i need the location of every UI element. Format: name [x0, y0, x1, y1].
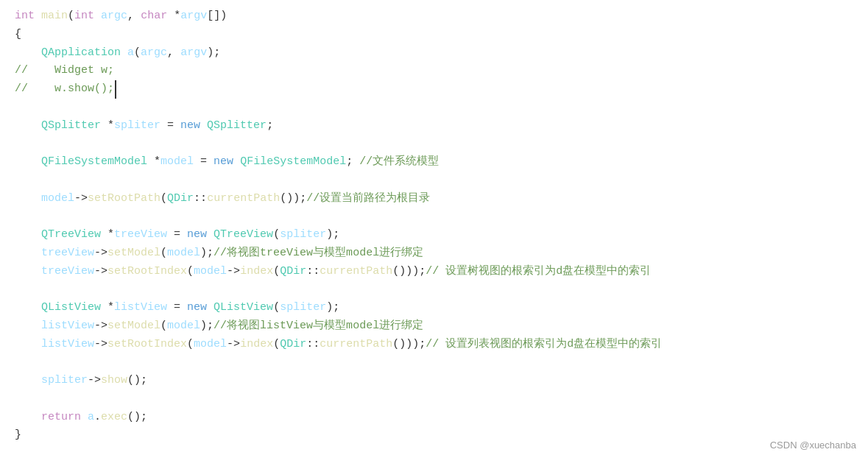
cls-qfilesystemmodel: QFileSystemModel — [41, 153, 147, 172]
fn-setrootpath: setRootPath — [88, 190, 160, 208]
cls-qtreeview: QTreeView — [41, 226, 101, 244]
cls-qdir: QDir — [167, 190, 194, 208]
var-argv: argv — [180, 7, 207, 26]
code-line-24: } — [15, 426, 853, 445]
fn-main: main — [41, 7, 68, 26]
code-line-13: QTreeView *treeView = new QTreeView(spli… — [15, 226, 853, 244]
var-spliter2: spliter — [280, 226, 326, 244]
code-line-18: listView->setModel(model);//将视图listView与… — [15, 317, 853, 336]
comment-w-show: // w.show(); — [15, 80, 114, 99]
code-line-7: QSplitter *spliter = new QSplitter; — [15, 117, 853, 135]
cls-qlistview2: QListView — [214, 299, 273, 317]
code-editor: int main(int argc, char *argv[]) { QAppl… — [0, 0, 868, 455]
cls-qapplication: QApplication — [41, 44, 121, 63]
fn-index2: index — [240, 336, 273, 354]
code-line-6 — [15, 99, 853, 117]
code-line-21: spliter->show(); — [15, 372, 853, 390]
keyword-int2: int — [74, 7, 94, 26]
watermark: CSDN @xuechanba — [770, 438, 856, 454]
comment-list-rootindex: // 设置列表视图的根索引为d盘在模型中的索引 — [426, 336, 662, 354]
fn-exec: exec — [101, 409, 127, 427]
code-line-16 — [15, 281, 853, 299]
var-a2: a — [88, 409, 94, 427]
cls-qfilesystemmodel2: QFileSystemModel — [240, 153, 346, 172]
comment-treeview-bind: //将视图treeView与模型model进行绑定 — [214, 244, 423, 263]
var-treeview3: treeView — [41, 263, 94, 281]
code-line-15: treeView->setRootIndex(model->index(QDir… — [15, 263, 853, 281]
code-line-19: listView->setRootIndex(model->index(QDir… — [15, 336, 853, 354]
code-line-9: QFileSystemModel *model = new QFileSyste… — [15, 153, 853, 172]
code-line-10 — [15, 172, 853, 190]
keyword-new4: new — [187, 299, 207, 317]
keyword-int: int — [15, 7, 35, 26]
fn-setmodel2: setModel — [107, 317, 160, 336]
keyword-char: char — [141, 7, 167, 26]
keyword-new3: new — [187, 226, 207, 244]
code-line-11: model->setRootPath(QDir::currentPath());… — [15, 190, 853, 208]
fn-currentpath: currentPath — [207, 190, 280, 208]
fn-setmodel: setModel — [107, 244, 160, 263]
code-line-17: QListView *listView = new QListView(spli… — [15, 299, 853, 317]
code-line-20 — [15, 353, 853, 372]
fn-currentpath3: currentPath — [320, 336, 392, 354]
fn-setrootindex-tree: setRootIndex — [107, 263, 187, 281]
var-listview2: listView — [41, 317, 94, 336]
cls-qtreeview2: QTreeView — [214, 226, 273, 244]
cls-qdir3: QDir — [280, 336, 306, 354]
keyword-return: return — [41, 409, 81, 427]
fn-setrootindex-list: setRootIndex — [107, 336, 187, 354]
var-treeview2: treeView — [41, 244, 94, 263]
var-spliter3: spliter — [280, 299, 326, 317]
var-listview3: listView — [41, 336, 94, 354]
code-line-22 — [15, 390, 853, 409]
var-model6: model — [194, 336, 227, 354]
var-model3: model — [167, 244, 200, 263]
var-argv2: argv — [180, 44, 207, 63]
var-a: a — [127, 44, 134, 63]
var-model: model — [160, 153, 194, 172]
fn-currentpath2: currentPath — [320, 263, 392, 281]
var-treeview: treeView — [114, 226, 167, 244]
code-line-1: int main(int argc, char *argv[]) — [15, 7, 853, 26]
keyword-new2: new — [214, 153, 233, 172]
var-argc2: argc — [141, 44, 167, 63]
comment-filesysmodel: //文件系统模型 — [359, 153, 439, 172]
cls-qdir2: QDir — [280, 263, 306, 281]
var-model2: model — [41, 190, 74, 208]
code-line-14: treeView->setModel(model);//将视图treeView与… — [15, 244, 853, 263]
code-line-23: return a.exec(); — [15, 409, 853, 427]
code-line-12 — [15, 208, 853, 226]
code-line-4: // Widget w; — [15, 62, 853, 80]
var-spliter4: spliter — [41, 372, 88, 390]
var-listview: listView — [114, 299, 167, 317]
cls-qsplitter: QSplitter — [41, 117, 101, 135]
var-spliter: spliter — [114, 117, 160, 135]
comment-listview-bind: //将视图listView与模型model进行绑定 — [214, 317, 423, 336]
code-line-8 — [15, 135, 853, 153]
var-argc: argc — [101, 7, 127, 26]
code-line-3: QApplication a(argc, argv); — [15, 44, 853, 63]
cls-qsplitter2: QSplitter — [207, 117, 267, 135]
fn-index: index — [240, 263, 273, 281]
var-model5: model — [167, 317, 200, 336]
comment-tree-rootindex: // 设置树视图的根索引为d盘在模型中的索引 — [426, 263, 651, 281]
code-line-2: { — [15, 26, 853, 44]
comment-setrootpath: //设置当前路径为根目录 — [306, 190, 430, 208]
comment-widget-w: // Widget w; — [15, 62, 114, 80]
code-line-5: // w.show(); — [15, 80, 853, 99]
fn-show: show — [101, 372, 127, 390]
var-model4: model — [194, 263, 227, 281]
cls-qlistview: QListView — [41, 299, 101, 317]
keyword-new: new — [180, 117, 200, 135]
